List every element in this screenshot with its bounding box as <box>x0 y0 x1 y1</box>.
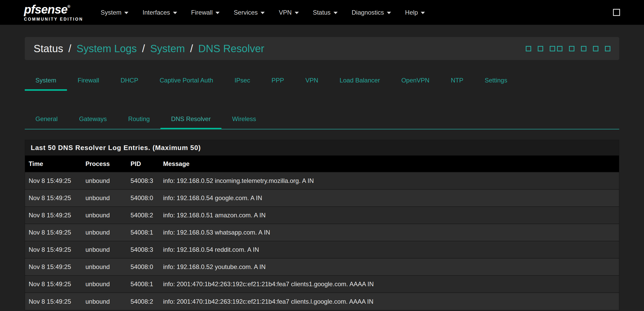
menu-services[interactable]: Services <box>227 9 272 16</box>
menu-help[interactable]: Help <box>398 9 432 16</box>
menu-system-label: System <box>101 9 121 16</box>
column-header-message: Message <box>163 156 619 172</box>
time-cell: Nov 8 15:49:25 <box>25 189 85 207</box>
menu-status[interactable]: Status <box>306 9 345 16</box>
caret-down-icon <box>215 12 220 14</box>
subtab-general[interactable]: General <box>25 110 68 129</box>
message-cell: info: 192.168.0.51 amazon.com. A IN <box>163 207 619 224</box>
menu-interfaces[interactable]: Interfaces <box>135 9 184 16</box>
subtab-routing[interactable]: Routing <box>117 110 160 129</box>
message-cell: info: 2001:470:1b42:263:192c:ef21:21b4:f… <box>163 276 619 293</box>
tab-load-balancer[interactable]: Load Balancer <box>329 71 391 91</box>
menu-firewall-label: Firewall <box>191 9 213 16</box>
navbar-glyph-icon[interactable] <box>613 9 620 16</box>
column-header-process: Process <box>85 156 131 172</box>
subtab-wireless[interactable]: Wireless <box>221 110 267 129</box>
log-table-body: Nov 8 15:49:25 unbound 54008:3 info: 192… <box>25 172 619 310</box>
header-action-icon[interactable] <box>581 46 586 51</box>
caret-down-icon <box>421 12 425 14</box>
header-action-icon[interactable] <box>526 46 531 51</box>
process-cell: unbound <box>85 207 131 224</box>
log-category-tabs: System Firewall DHCP Captive Portal Auth… <box>25 71 619 91</box>
brand-edition-label: COMMUNITY EDITION <box>24 17 83 21</box>
tab-firewall[interactable]: Firewall <box>67 71 110 91</box>
breadcrumb-system-logs[interactable]: System Logs <box>77 43 137 54</box>
breadcrumb-separator: / <box>190 43 193 54</box>
process-cell: unbound <box>85 258 131 276</box>
log-row: Nov 8 15:49:25 unbound 54008:1 info: 192… <box>25 224 619 241</box>
pid-cell: 54008:1 <box>131 224 163 241</box>
breadcrumb-separator: / <box>69 43 71 54</box>
log-row: Nov 8 15:49:25 unbound 54008:3 info: 192… <box>25 172 619 189</box>
main-menu: System Interfaces Firewall Services VPN … <box>94 0 432 25</box>
log-row: Nov 8 15:49:25 unbound 54008:1 info: 200… <box>25 276 619 293</box>
tab-ipsec[interactable]: IPsec <box>224 71 261 91</box>
time-cell: Nov 8 15:49:25 <box>25 241 85 258</box>
header-action-icon[interactable] <box>569 46 574 51</box>
column-header-pid: PID <box>131 156 163 172</box>
log-row: Nov 8 15:49:25 unbound 54008:2 info: 200… <box>25 293 619 310</box>
menu-vpn[interactable]: VPN <box>272 9 306 16</box>
header-action-icon[interactable] <box>557 46 562 51</box>
breadcrumb-status: Status <box>34 43 63 54</box>
header-action-icon[interactable] <box>605 46 610 51</box>
log-table: Time Process PID Message Nov 8 15:49:25 … <box>25 156 619 310</box>
brand-wordmark: pfsense® <box>24 3 83 15</box>
tab-ntp[interactable]: NTP <box>440 71 474 91</box>
caret-down-icon <box>261 12 265 14</box>
tab-settings[interactable]: Settings <box>474 71 518 91</box>
menu-diagnostics-label: Diagnostics <box>352 9 384 16</box>
menu-vpn-label: VPN <box>279 9 292 16</box>
pid-cell: 54008:0 <box>131 258 163 276</box>
system-log-subtabs: General Gateways Routing DNS Resolver Wi… <box>25 110 619 129</box>
time-cell: Nov 8 15:49:25 <box>25 258 85 276</box>
registered-mark: ® <box>67 4 70 9</box>
pid-cell: 54008:3 <box>131 172 163 189</box>
time-cell: Nov 8 15:49:25 <box>25 172 85 189</box>
caret-down-icon <box>295 12 299 14</box>
menu-interfaces-label: Interfaces <box>143 9 170 16</box>
pid-cell: 54008:0 <box>131 189 163 207</box>
message-cell: info: 192.168.0.54 google.com. A IN <box>163 189 619 207</box>
time-cell: Nov 8 15:49:25 <box>25 276 85 293</box>
time-cell: Nov 8 15:49:25 <box>25 207 85 224</box>
process-cell: unbound <box>85 293 131 310</box>
menu-diagnostics[interactable]: Diagnostics <box>345 9 398 16</box>
menu-firewall[interactable]: Firewall <box>184 9 227 16</box>
breadcrumb-separator: / <box>142 43 145 54</box>
tab-openvpn[interactable]: OpenVPN <box>391 71 440 91</box>
pid-cell: 54008:2 <box>131 207 163 224</box>
log-row: Nov 8 15:49:25 unbound 54008:3 info: 192… <box>25 241 619 258</box>
log-table-header: Time Process PID Message <box>25 156 619 172</box>
breadcrumb-dns-resolver[interactable]: DNS Resolver <box>198 43 264 54</box>
header-action-icon[interactable] <box>550 46 555 51</box>
subtab-dns-resolver[interactable]: DNS Resolver <box>160 110 221 129</box>
tab-dhcp[interactable]: DHCP <box>110 71 149 91</box>
caret-down-icon <box>333 12 338 14</box>
pid-cell: 54008:3 <box>131 241 163 258</box>
subtab-gateways[interactable]: Gateways <box>68 110 117 129</box>
tab-ppp[interactable]: PPP <box>261 71 295 91</box>
menu-system[interactable]: System <box>94 9 135 16</box>
time-cell: Nov 8 15:49:25 <box>25 224 85 241</box>
tab-vpn[interactable]: VPN <box>295 71 329 91</box>
message-cell: info: 192.168.0.52 incoming.telemetry.mo… <box>163 172 619 189</box>
caret-down-icon <box>173 12 177 14</box>
process-cell: unbound <box>85 224 131 241</box>
brand-sense: sense <box>35 3 67 16</box>
column-header-time: Time <box>25 156 85 172</box>
time-cell: Nov 8 15:49:25 <box>25 293 85 310</box>
process-cell: unbound <box>85 172 131 189</box>
header-action-icon[interactable] <box>593 46 598 51</box>
message-cell: info: 192.168.0.53 whatsapp.com. A IN <box>163 224 619 241</box>
tab-captive-portal-auth[interactable]: Captive Portal Auth <box>149 71 224 91</box>
header-action-icon[interactable] <box>538 46 543 51</box>
breadcrumb-bar: Status / System Logs / System / DNS Reso… <box>25 37 619 60</box>
tab-system[interactable]: System <box>25 71 67 91</box>
panel-title: Last 50 DNS Resolver Log Entries. (Maxim… <box>25 140 619 156</box>
breadcrumb-system[interactable]: System <box>150 43 185 54</box>
log-row: Nov 8 15:49:25 unbound 54008:2 info: 192… <box>25 207 619 224</box>
page-content: Status / System Logs / System / DNS Reso… <box>25 37 619 310</box>
pfsense-logo[interactable]: pfsense® COMMUNITY EDITION <box>24 3 83 21</box>
top-navbar: pfsense® COMMUNITY EDITION System Interf… <box>0 0 644 25</box>
